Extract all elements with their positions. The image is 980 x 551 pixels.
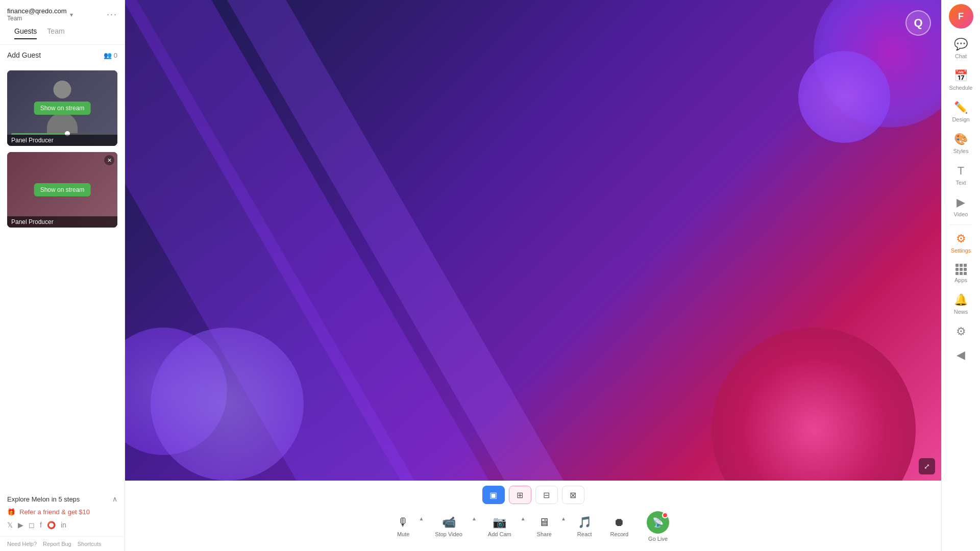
refer-row[interactable]: 🎁 Refer a friend & get $10 xyxy=(7,508,117,516)
text-icon: T xyxy=(958,164,964,178)
collapse-right-icon: ◀ xyxy=(957,348,965,362)
mute-label: Mute xyxy=(397,531,409,537)
sidebar-footer: Need Help? Report Bug Shortcuts xyxy=(0,536,125,551)
share-arrow-icon[interactable]: ▲ xyxy=(560,516,567,521)
layout-btn-multi[interactable]: ⊞ xyxy=(509,486,531,504)
apps-label: Apps xyxy=(954,277,967,283)
reddit-icon[interactable]: ⭕ xyxy=(47,521,56,529)
video-cards-container: Show on stream Panel Producer ✕ Show on … xyxy=(0,70,125,234)
grid-icon: ⚙ xyxy=(956,325,966,338)
chat-label: Chat xyxy=(955,53,967,59)
tab-team[interactable]: Team xyxy=(47,27,64,39)
design-nav-item[interactable]: ✏️ Design xyxy=(942,96,980,128)
schedule-label: Schedule xyxy=(949,85,973,91)
settings-nav-item[interactable]: ⚙ Settings xyxy=(942,227,980,259)
qredo-logo: Q xyxy=(905,10,931,36)
youtube-icon[interactable]: ▶ xyxy=(18,521,23,529)
main-area: Q ⤢ ▣ ⊞ ⊟ ⊠ 🎙 Mute ▲ 📹 Stop Video xyxy=(125,0,941,551)
add-guest-label[interactable]: Add Guest xyxy=(7,51,41,59)
go-live-icon: 📡 xyxy=(647,511,669,534)
share-icon: 🖥 xyxy=(538,516,550,529)
go-live-button[interactable]: 📡 Go Live xyxy=(639,508,677,545)
collapse-nav-item[interactable]: ◀ xyxy=(942,343,980,367)
more-options-icon[interactable]: ··· xyxy=(107,9,117,20)
record-label: Record xyxy=(610,531,628,537)
left-sidebar: finance@qredo.com Team ▾ ··· Guests Team… xyxy=(0,0,125,551)
user-avatar-initials: F xyxy=(958,11,964,22)
twitter-icon[interactable]: 𝕏 xyxy=(7,521,13,529)
chat-icon: 💬 xyxy=(954,38,968,51)
shape-2 xyxy=(798,51,890,143)
show-on-stream-btn-2[interactable]: Show on stream xyxy=(34,183,91,196)
right-sidebar: F 💬 Chat 📅 Schedule ✏️ Design 🎨 Styles T… xyxy=(941,0,980,551)
add-cam-group: 📷 Add Cam ▲ xyxy=(480,513,527,540)
share-label: Share xyxy=(537,531,552,537)
social-icons: 𝕏 ▶ ◻ f ⭕ in xyxy=(7,521,117,529)
styles-nav-item[interactable]: 🎨 Styles xyxy=(942,128,980,159)
news-label: News xyxy=(954,309,968,315)
stop-video-button[interactable]: 📹 Stop Video xyxy=(427,513,471,540)
shortcuts-link[interactable]: Shortcuts xyxy=(78,541,101,547)
explore-section: Explore Melon in 5 steps ∧ 🎁 Refer a fri… xyxy=(0,488,125,536)
people-icon: 👥 xyxy=(104,52,112,59)
tab-guests[interactable]: Guests xyxy=(14,27,37,39)
share-button[interactable]: 🖥 Share xyxy=(529,513,560,540)
explore-header: Explore Melon in 5 steps ∧ xyxy=(7,495,117,503)
video-card-1: Show on stream Panel Producer xyxy=(7,70,117,146)
shape-3 xyxy=(712,328,916,481)
account-chevron-icon[interactable]: ▾ xyxy=(70,11,73,18)
facebook-icon[interactable]: f xyxy=(40,521,42,529)
explore-title: Explore Melon in 5 steps xyxy=(7,495,80,503)
react-button[interactable]: 🎵 React xyxy=(569,513,600,540)
collapse-icon[interactable]: ∧ xyxy=(112,495,117,503)
fullscreen-button[interactable]: ⤢ xyxy=(919,458,935,474)
card-close-btn-2[interactable]: ✕ xyxy=(104,155,114,165)
account-email: finance@qredo.com xyxy=(7,7,67,15)
news-icon: 🔔 xyxy=(954,293,968,307)
layout-btn-grid[interactable]: ⊠ xyxy=(562,486,584,504)
stop-video-arrow-icon[interactable]: ▲ xyxy=(471,516,478,521)
design-label: Design xyxy=(952,116,969,122)
record-group: ⏺ Record xyxy=(602,513,636,540)
show-on-stream-btn-1[interactable]: Show on stream xyxy=(34,102,91,115)
chat-nav-item[interactable]: 💬 Chat xyxy=(942,33,980,64)
layout-btn-single[interactable]: ▣ xyxy=(482,486,505,504)
apps-nav-item[interactable]: Apps xyxy=(942,259,980,288)
grid-nav-item[interactable]: ⚙ xyxy=(942,320,980,343)
mute-arrow-icon[interactable]: ▲ xyxy=(418,516,425,521)
go-live-label: Go Live xyxy=(648,536,668,542)
linkedin-icon[interactable]: in xyxy=(61,521,66,529)
news-nav-item[interactable]: 🔔 News xyxy=(942,288,980,320)
add-cam-button[interactable]: 📷 Add Cam xyxy=(480,513,520,540)
mute-icon: 🎙 xyxy=(398,516,409,529)
report-bug-link[interactable]: Report Bug xyxy=(43,541,71,547)
schedule-nav-item[interactable]: 📅 Schedule xyxy=(942,64,980,96)
video-nav-item[interactable]: ▶ Video xyxy=(942,191,980,222)
card-label-1: Panel Producer xyxy=(7,135,117,146)
mute-group: 🎙 Mute ▲ xyxy=(389,513,425,540)
guest-count: 0 xyxy=(114,52,117,59)
layout-btn-side[interactable]: ⊟ xyxy=(535,486,558,504)
styles-icon: 🎨 xyxy=(954,133,968,146)
record-button[interactable]: ⏺ Record xyxy=(602,513,636,540)
apps-grid-icon xyxy=(955,264,967,275)
react-label: React xyxy=(577,531,592,537)
video-icon: ▶ xyxy=(957,196,965,209)
account-info: finance@qredo.com Team ▾ xyxy=(7,7,73,22)
mute-button[interactable]: 🎙 Mute xyxy=(389,513,418,540)
controls-area: ▣ ⊞ ⊟ ⊠ 🎙 Mute ▲ 📹 Stop Video ▲ xyxy=(125,481,941,551)
video-card-2: ✕ Show on stream Panel Producer xyxy=(7,152,117,228)
add-cam-arrow-icon[interactable]: ▲ xyxy=(520,516,527,521)
settings-icon: ⚙ xyxy=(956,232,966,245)
instagram-icon[interactable]: ◻ xyxy=(29,521,35,529)
text-nav-item[interactable]: T Text xyxy=(942,159,980,191)
person-head-1 xyxy=(54,81,71,98)
settings-label: Settings xyxy=(951,247,971,254)
right-sidebar-divider-1 xyxy=(949,224,972,225)
design-icon: ✏️ xyxy=(954,101,968,114)
need-help-link[interactable]: Need Help? xyxy=(7,541,37,547)
card-label-2: Panel Producer xyxy=(7,216,117,228)
toolbar: 🎙 Mute ▲ 📹 Stop Video ▲ 📷 Add Cam ▲ xyxy=(389,508,677,545)
add-guest-row: Add Guest 👥 0 xyxy=(7,51,117,59)
user-avatar[interactable]: F xyxy=(949,4,973,29)
